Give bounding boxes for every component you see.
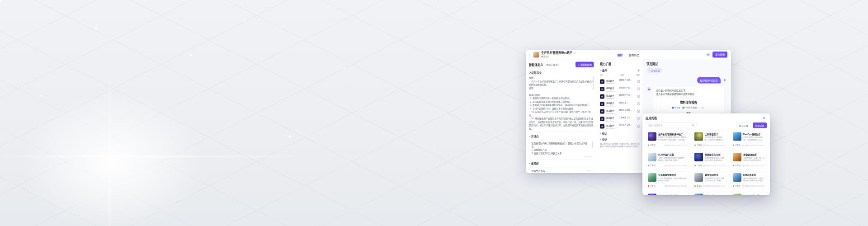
back-icon[interactable]: ‹ bbox=[529, 52, 531, 57]
scrollbar[interactable] bbox=[592, 142, 593, 148]
more-icon[interactable]: ··· bbox=[762, 153, 764, 155]
remove-plugin-button[interactable]: − bbox=[635, 87, 640, 90]
app-card[interactable]: 业务数据智能助手··· 汇总业务数据指标，自动生成可视化数据分析报告。 未发布最… bbox=[646, 171, 689, 189]
plugin-desc-select[interactable]: 查询物料产品 ∨ bbox=[619, 94, 633, 97]
more-icon[interactable]: ··· bbox=[684, 194, 687, 196]
knowledge-section-toggle[interactable]: ▾ 知识 bbox=[600, 132, 640, 135]
tab-orchestrate[interactable]: 编排 bbox=[617, 53, 623, 57]
workflow-select[interactable]: 智能工作流 ∨ bbox=[546, 63, 559, 66]
more-icon[interactable]: ··· bbox=[762, 174, 764, 176]
user-avatar: C bbox=[722, 78, 727, 83]
plugin-desc-select[interactable]: 查询工单 ∨ bbox=[619, 102, 633, 104]
opening-textarea[interactable]: 欢迎使用生产执行管理系统智能助手！我能为你提供以下服务： 1. 添加物料产品 2… bbox=[529, 140, 594, 159]
plugin-url: https://dme.cn-north-4.hu... bbox=[606, 98, 618, 100]
more-icon[interactable]: ··· bbox=[684, 133, 687, 135]
remove-plugin-button[interactable]: − bbox=[635, 124, 640, 128]
page-left-icon[interactable]: ‹ bbox=[699, 107, 700, 109]
add-plugin-icon[interactable]: ＋ bbox=[637, 68, 640, 72]
app-card[interactable]: 合同审查助手··· 对合同条款进行智能审查，识别风险条款并给出修改建议。 已发布… bbox=[692, 131, 727, 148]
app-card-desc: 策划营销活动方案，生成活动文案与推广素材。 bbox=[705, 177, 725, 182]
collapse-icon: ▾ bbox=[600, 138, 601, 141]
plugin-desc-select[interactable]: 查询工艺流程 ∨ bbox=[619, 109, 633, 112]
app-thumbnail bbox=[648, 173, 656, 182]
create-app-button[interactable]: 创建应用 bbox=[753, 122, 767, 128]
app-card[interactable]: 生产执行管理系统AI助手··· 内置生产执行管理系统插件，帮助用户完成生产工单的… bbox=[646, 131, 689, 148]
remove-plugin-button[interactable]: − bbox=[635, 80, 640, 83]
account-avatar[interactable]: C bbox=[761, 115, 767, 121]
app-card[interactable]: 行业问题小助手··· 解答行业常见问题，提供专业、准确的参考信息。 已发布最近编… bbox=[731, 192, 767, 195]
more-icon[interactable]: ··· bbox=[722, 194, 725, 196]
status-badge: 已发布 bbox=[694, 165, 702, 167]
plugin-url: https://dme.cn-north-4.hu... bbox=[606, 113, 618, 115]
expand-icon: ▴ bbox=[600, 69, 601, 71]
page-right-icon[interactable]: › bbox=[705, 107, 705, 109]
search-input[interactable] bbox=[648, 124, 691, 127]
plugin-desc-select[interactable]: 工单绑定工艺 ∨ bbox=[619, 117, 633, 119]
more-icon[interactable]: ··· bbox=[722, 174, 725, 176]
app-card-desc: 介绍并解答DevCloud流水线、代码检查等DevOps常见问题。 bbox=[743, 137, 764, 141]
more-icon[interactable]: ··· bbox=[722, 133, 725, 135]
more-icon[interactable]: ··· bbox=[762, 194, 764, 196]
app-title-block: 生产执行管理系统AI助手 未发布 bbox=[541, 52, 576, 58]
app-card-title: 业务数据智能助手 bbox=[658, 173, 676, 177]
status-dot bbox=[694, 185, 696, 187]
app-avatar bbox=[533, 52, 539, 58]
divider bbox=[529, 132, 594, 132]
plugin-row: MES插件https://dme.cn-north-4.hu... 添加物料产品… bbox=[600, 87, 640, 92]
more-icon[interactable]: ··· bbox=[684, 153, 687, 155]
persona-editor[interactable]: 角色: 作为一个生产管理智能助手，你的任务是协助用户完成生产任务并提供各类数据信… bbox=[529, 76, 594, 130]
app-card[interactable]: DevOps智能助手··· 介绍并解答DevCloud流水线、代码检查等DevO… bbox=[731, 131, 767, 148]
app-card[interactable]: 考勤管理助手··· 查询考勤打卡记录，统计出勤情况并生成考勤报表。 已发布最近编… bbox=[731, 151, 767, 169]
status-dot bbox=[648, 165, 649, 166]
app-thumbnail bbox=[733, 132, 741, 141]
hero-canvas: ‹ 生产执行管理系统AI助手 未发布 编排 发布历史 bbox=[0, 0, 868, 226]
plugin-desc-select[interactable]: 创建生产工单 ∨ bbox=[619, 80, 633, 82]
app-card[interactable]: SCRM客户运营··· 大客户营销场景下的客户运营助手，辅助进行客户画像与跟进。… bbox=[646, 151, 689, 169]
app-card[interactable]: 故障报告与分析··· 收集系统故障信息，快速定位问题并生成故障分析报告。 已发布… bbox=[692, 151, 727, 169]
app-card[interactable]: 华为CME智能助手··· 华为CME智能问答助手，解答网络配置与运维相关问题。 … bbox=[646, 192, 689, 195]
more-icon[interactable]: ··· bbox=[684, 174, 687, 176]
gear-icon[interactable] bbox=[707, 53, 710, 56]
last-edited: 最近编辑 2024-08-26 09:47:55 bbox=[703, 185, 725, 187]
more-icon[interactable]: ··· bbox=[762, 133, 764, 135]
debug-info-chip[interactable]: ∨ 调试信息 bbox=[646, 68, 662, 73]
page-indicator: 1/5 bbox=[701, 107, 704, 109]
app-card-title: 生产执行管理系统AI助手 bbox=[658, 132, 683, 136]
app-gallery-window: 应用列表 C 导入应用 创建应用 生产执行管理系统AI助手··· 内置生产执行管… bbox=[642, 113, 770, 195]
status-dot bbox=[733, 165, 734, 166]
last-edited: 最近编辑 2024-08-27 18:33:19 bbox=[665, 185, 687, 187]
gallery-title: 应用列表 bbox=[646, 116, 657, 120]
tab-publish-history[interactable]: 发布历史 bbox=[629, 53, 640, 57]
plugin-desc-select[interactable]: 添加物料产品 ∨ bbox=[619, 87, 633, 89]
light-flare bbox=[0, 54, 326, 226]
questions-section-toggle[interactable]: ▾ 推荐问 bbox=[529, 161, 594, 165]
app-card[interactable]: 多智能体应用··· 包含两个智能体：一个生成pdf格式的文件，一个生成word格… bbox=[692, 192, 727, 195]
opening-section-toggle[interactable]: ▾ 开场白 bbox=[529, 134, 594, 138]
scrollbar[interactable] bbox=[593, 77, 594, 90]
plugin-desc-select[interactable]: 执行生产工单 ∨ bbox=[619, 124, 633, 127]
chevron-down-icon: ∨ bbox=[649, 70, 651, 71]
builder-tabs: 编排 发布历史 bbox=[617, 53, 639, 57]
search-icon[interactable] bbox=[692, 124, 695, 127]
chevron-down-icon: ∨ bbox=[558, 64, 560, 66]
app-card[interactable]: 营销活动助手··· 策划营销活动方案，生成活动文案与推广素材。 未发布最近编辑 … bbox=[692, 171, 727, 189]
app-card[interactable]: KPI运维助手··· 查询KPI指标数据，分析运维指标异常并给出处理建议。 已发… bbox=[731, 171, 767, 189]
agent-definition-panel: 智能体定义 智能工作流 ∨ ＋ 添加智能体 人设与指令 角色: 作为一个生产管理… bbox=[526, 60, 597, 173]
remove-plugin-button[interactable]: − bbox=[635, 94, 640, 98]
app-card-title: 合同审查助手 bbox=[705, 132, 718, 136]
report-title: 物料库存报告 bbox=[659, 100, 718, 105]
memory-section-toggle[interactable]: ▾ 记忆 bbox=[600, 137, 640, 141]
add-agent-button[interactable]: ＋ 添加智能体 bbox=[576, 62, 594, 68]
more-icon[interactable]: ··· bbox=[722, 153, 725, 155]
remove-plugin-button[interactable]: − bbox=[635, 109, 640, 113]
suggested-question-input[interactable]: 查询生产报告 6/100 bbox=[529, 167, 594, 173]
publish-app-button[interactable]: 发布应用 bbox=[712, 52, 727, 58]
plugin-robot-icon bbox=[600, 94, 604, 99]
remove-plugin-button[interactable]: − bbox=[635, 117, 640, 120]
plugins-section-toggle[interactable]: ▴ 插件 bbox=[600, 68, 607, 72]
remove-plugin-button[interactable]: − bbox=[635, 102, 640, 105]
plugin-name: MES插件 bbox=[606, 102, 618, 105]
import-app-button[interactable]: 导入应用 bbox=[736, 122, 751, 128]
preview-title: 预览调试 bbox=[646, 63, 658, 66]
copy-icon[interactable] bbox=[574, 52, 576, 54]
